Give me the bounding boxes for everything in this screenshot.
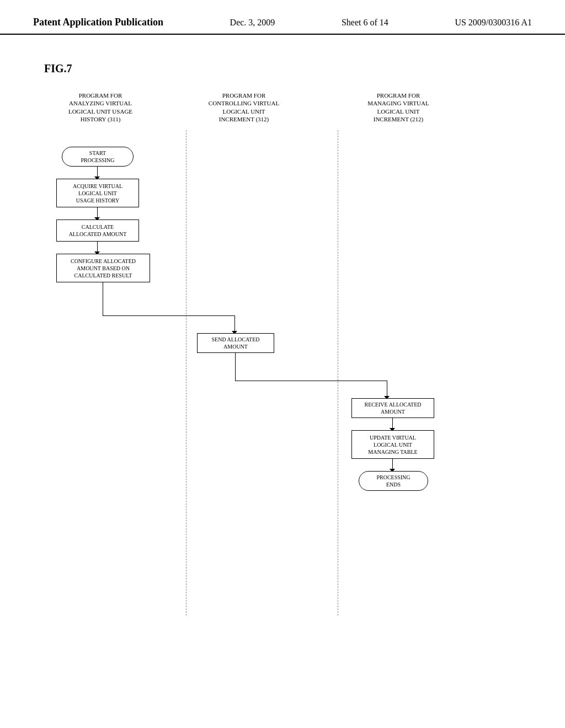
arrow-line-6 [392, 418, 393, 429]
publication-date: Dec. 3, 2009 [230, 18, 275, 28]
update-node: UPDATE VIRTUALLOGICAL UNITMANAGING TABLE [351, 430, 434, 459]
column-header-3: PROGRAM FORMANAGING VIRTUALLOGICAL UNITI… [354, 92, 443, 123]
arrow-line-3 [97, 242, 98, 253]
sheet-info: Sheet 6 of 14 [342, 18, 388, 28]
configure-node: CONFIGURE ALLOCATEDAMOUNT BASED ONCALCUL… [56, 254, 150, 282]
patent-number: US 2009/0300316 A1 [455, 18, 532, 28]
acquire-node: ACQUIRE VIRTUALLOGICAL UNITUSAGE HISTORY [56, 179, 139, 207]
arrow-line-5c [387, 381, 387, 397]
column-header-2: PROGRAM FORCONTROLLING VIRTUALLOGICAL UN… [200, 92, 288, 123]
send-node: SEND ALLOCATEDAMOUNT [197, 333, 274, 353]
col-separator-2 [338, 130, 338, 615]
start-node: STARTPROCESSING [62, 147, 134, 167]
arrow-line-7 [392, 459, 393, 470]
arrow-line-5a [235, 353, 236, 381]
arrow-line-1 [97, 167, 98, 178]
end-node: PROCESSINGENDS [359, 471, 428, 491]
arrow-line-2 [97, 207, 98, 218]
arrow-line-4b [103, 315, 235, 316]
figure-title: FIG.7 [44, 62, 565, 75]
arrow-line-4a [103, 282, 103, 315]
receive-node: RECEIVE ALLOCATEDAMOUNT [351, 398, 434, 418]
arrow-line-5b [235, 381, 387, 381]
calculate-node: CALCULATEALLOCATED AMOUNT [56, 220, 139, 242]
arrow-line-4c [234, 315, 235, 332]
column-header-1: PROGRAM FORANALYZING VIRTUALLOGICAL UNIT… [56, 92, 145, 123]
col-separator-1 [186, 130, 186, 615]
publication-title: Patent Application Publication [33, 17, 163, 28]
page-header: Patent Application Publication Dec. 3, 2… [0, 0, 565, 35]
diagram-area: PROGRAM FORANALYZING VIRTUALLOGICAL UNIT… [45, 92, 520, 615]
